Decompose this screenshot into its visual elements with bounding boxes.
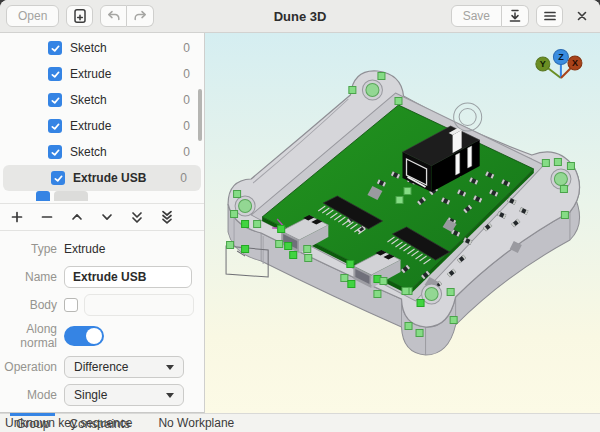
close-button[interactable] (570, 4, 594, 28)
checkbox-checked-icon[interactable] (51, 171, 65, 185)
type-label: Type (0, 242, 57, 256)
operation-value: Difference (74, 360, 128, 374)
group-row-selected[interactable]: Extrude USB 0 (3, 165, 201, 191)
selection-handle[interactable] (554, 159, 561, 166)
tab-constraints[interactable]: Constraints (59, 413, 140, 432)
save-as-icon (507, 8, 523, 24)
save-button[interactable]: Save (451, 5, 502, 27)
close-icon (575, 9, 589, 23)
toggle-knob (86, 328, 102, 344)
menu-button[interactable] (536, 5, 563, 27)
list-scrollbar[interactable] (198, 89, 202, 141)
selection-handle[interactable] (560, 186, 567, 193)
checkbox-checked-icon[interactable] (48, 41, 62, 55)
chevron-down-icon (99, 209, 115, 225)
selection-handle[interactable] (234, 191, 241, 198)
export-button[interactable] (502, 5, 529, 27)
selection-handle[interactable] (231, 211, 238, 218)
selection-handle[interactable] (447, 289, 454, 296)
axis-z-ball[interactable]: Z (553, 50, 568, 65)
checkbox-checked-icon[interactable] (48, 145, 62, 159)
headerbar: Open (0, 0, 600, 33)
group-row[interactable]: Sketch 0 (0, 87, 204, 113)
group-row[interactable]: Sketch 0 (0, 139, 204, 165)
move-group-up-button[interactable] (63, 205, 90, 229)
undo-button[interactable] (100, 5, 127, 27)
selection-handle[interactable] (242, 221, 249, 228)
open-button[interactable]: Open (6, 5, 59, 27)
move-group-down-button[interactable] (93, 205, 120, 229)
screw-hole[interactable] (422, 284, 442, 304)
group-row-partial[interactable] (0, 191, 204, 201)
name-input[interactable] (64, 266, 192, 288)
selection-handle[interactable] (276, 241, 283, 248)
selection-handle[interactable] (395, 98, 402, 105)
selection-handle[interactable] (416, 330, 423, 337)
add-group-button[interactable] (3, 205, 30, 229)
selection-handle[interactable] (305, 255, 312, 262)
group-properties: Type Extrude Name Body Along normal (0, 231, 204, 412)
selection-handle[interactable] (450, 317, 457, 324)
new-document-icon (72, 8, 88, 24)
selection-handle[interactable] (341, 275, 348, 282)
checkbox-checked-icon[interactable] (48, 93, 62, 107)
redo-button[interactable] (127, 5, 154, 27)
selection-handle[interactable] (349, 87, 356, 94)
axis-x-ball[interactable]: X (568, 56, 582, 70)
selection-handle[interactable] (347, 261, 354, 268)
group-row-label: Sketch (70, 41, 107, 55)
checkbox-checked-icon[interactable] (48, 67, 62, 81)
body-checkbox[interactable] (64, 298, 78, 312)
selection-handle[interactable] (254, 221, 261, 228)
svg-text:Z: Z (558, 52, 564, 62)
selection-handle[interactable] (374, 291, 381, 298)
chevron-up-icon (69, 209, 85, 225)
operation-dropdown[interactable]: Difference (64, 356, 184, 378)
plus-icon (9, 209, 25, 225)
tab-group[interactable]: Group (6, 413, 59, 432)
selection-handle[interactable] (278, 226, 285, 233)
selection-handle[interactable] (304, 246, 311, 253)
group-row[interactable]: Sketch 0 (0, 35, 204, 61)
selection-handle[interactable] (396, 197, 403, 204)
along-normal-toggle[interactable] (64, 326, 104, 346)
along-normal-label: Along normal (0, 322, 57, 350)
group-row-label: Extrude USB (73, 171, 146, 185)
selection-handle[interactable] (561, 212, 568, 219)
selection-handle[interactable] (405, 323, 412, 330)
scene-canvas[interactable]: Y X Z (205, 33, 600, 413)
selection-handle[interactable] (348, 281, 355, 288)
move-group-to-end-button[interactable] (123, 205, 150, 229)
mode-dropdown[interactable]: Single (64, 384, 184, 406)
new-document-button[interactable] (66, 5, 93, 27)
group-row-count: 0 (183, 67, 190, 81)
group-row-label: Sketch (70, 145, 107, 159)
move-group-to-bottom-button[interactable] (153, 205, 180, 229)
selection-handle[interactable] (380, 278, 387, 285)
selection-handle[interactable] (227, 242, 234, 249)
selection-handle[interactable] (402, 288, 409, 295)
dropdown-caret-icon (166, 393, 174, 398)
group-row[interactable]: Extrude 0 (0, 113, 204, 139)
app-window: Open (0, 0, 600, 432)
selection-handle[interactable] (567, 163, 574, 170)
selection-handle[interactable] (285, 243, 292, 250)
remove-group-button[interactable] (33, 205, 60, 229)
selection-handle[interactable] (404, 188, 411, 195)
screw-hole[interactable] (362, 80, 382, 100)
checkbox-checked-icon[interactable] (48, 119, 62, 133)
left-panel: Sketch 0 Extrude 0 Sketch 0 Extrude 0 (0, 33, 205, 413)
selection-handle[interactable] (290, 252, 297, 259)
group-row-partial-box (54, 191, 88, 201)
viewport-3d[interactable]: Y X Z (205, 33, 600, 413)
selection-handle[interactable] (242, 246, 249, 253)
group-row[interactable]: Extrude 0 (0, 61, 204, 87)
selection-handle[interactable] (378, 73, 385, 80)
axis-y-ball[interactable]: Y (536, 57, 550, 71)
svg-text:Y: Y (540, 59, 546, 69)
triple-chevron-down-icon (159, 209, 175, 225)
selection-handle[interactable] (542, 160, 549, 167)
double-chevron-down-icon (129, 209, 145, 225)
selection-handle[interactable] (417, 300, 424, 307)
svg-text:X: X (572, 58, 578, 68)
